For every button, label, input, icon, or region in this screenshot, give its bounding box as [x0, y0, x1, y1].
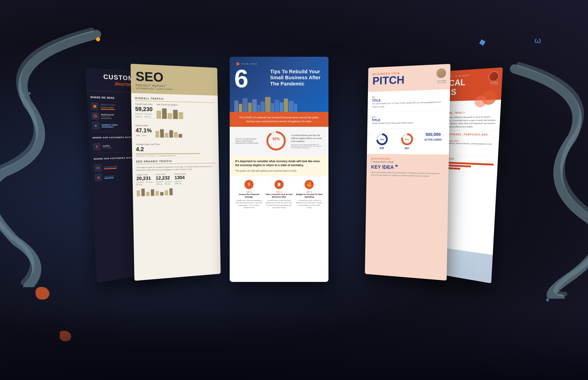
- seo-load-num: 4.2: [136, 146, 215, 152]
- seo-organic-stats: Organic Visits 20,231 Premium Previous 8…: [136, 172, 216, 186]
- main-tip-1: $ TIP 1 Assess the Financial Damage • Up…: [235, 180, 262, 209]
- pitch-users-label: ACTIVE USERS: [422, 138, 444, 141]
- tip1-text: • Update your financial statements- such…: [235, 199, 262, 209]
- pitch-profile: Your Name Job Position: [436, 68, 447, 84]
- seo-page-load: Average Page Load Time 4.2 ● Premium ● P…: [136, 143, 215, 157]
- tip3-text: • Coming out of the COVID-19 pandemic, y…: [296, 199, 323, 209]
- pitch-highlight-intro: ❝ HIGHLIGHT YOUR: [371, 161, 444, 164]
- pitch-stat-users: 500,000 ACTIVE USERS: [422, 132, 444, 150]
- main-tips-grid: $ TIP 1 Assess the Financial Damage • Up…: [235, 180, 323, 209]
- seo-bottom-bars: [137, 186, 216, 196]
- swirl-right-decoration: [492, 46, 588, 299]
- seo-referral-num: 1304: [175, 175, 186, 181]
- pitch-card[interactable]: BUSINESS IDEA PITCH Your Name Job Positi…: [365, 64, 451, 281]
- pitch-title: PITCH: [372, 73, 445, 86]
- seo-bounce-change1: 16%: [136, 134, 140, 136]
- seo-organic-desc: This region is great for a detailed expl…: [136, 165, 216, 172]
- main-stat-small: Just 5% of small-business owners said th…: [235, 138, 261, 144]
- squiggle-decoration: ω: [534, 36, 541, 45]
- svg-point-6: [267, 132, 285, 150]
- main-tips-card[interactable]: YOUR LOGO 6 Tips To Rebuild Your Small B…: [230, 57, 329, 282]
- svg-text:92%: 92%: [272, 137, 280, 141]
- main-tip-3: 💰 TIP 3 Budget to Account for New Spendi…: [296, 180, 323, 209]
- pitch-text-03: Include details for this listing and det…: [372, 121, 445, 125]
- pitch-highlight-sub: Insert a key Business idea in your infog…: [371, 171, 444, 178]
- main-desc-title: It's important to consider what recovery…: [235, 159, 323, 167]
- seo-visit-trends: Visit Trends by Medium: [156, 103, 215, 122]
- tip2-title: Take a Second Look at Your Business Plan: [265, 193, 293, 198]
- svg-point-1: [94, 114, 97, 117]
- small-cross-top: +: [23, 92, 26, 98]
- seo-card-header: SEO PROJECT REPORT SEPTEMBER 2020 CLIENT…: [130, 64, 218, 95]
- main-title-block: Tips To Rebuild Your Small Business Afte…: [270, 69, 323, 87]
- main-big-number: 6: [234, 66, 248, 91]
- tip2-icon: 📋: [275, 180, 284, 189]
- cards-stage: CUSTOMER Journey WHERE WE WERE 01 Divisi…: [87, 52, 501, 328]
- pitch-section-02: 02. TITLE You can include up to 3-7 line…: [372, 94, 445, 112]
- pitch-stat-b2c: 80% B2C: [396, 132, 418, 150]
- seo-total-label: Overall Total Visits: [135, 103, 152, 106]
- cj-icon-4: [93, 143, 101, 151]
- pitch-b2c-label: B2C: [396, 147, 418, 149]
- seo-bounce-label: Bounce Rate: [135, 124, 152, 127]
- svg-point-2: [96, 146, 98, 147]
- seo-card-body: OVERALL TRAFFIC Overall Total Visits 59,…: [131, 93, 220, 200]
- tip3-title: Budget to Account for New Spending: [296, 193, 323, 198]
- tip1-title: Assess the Financial Damage: [235, 193, 262, 198]
- main-stats-section: Just 5% of small-business owners said th…: [230, 127, 329, 156]
- main-tips-section: $ TIP 1 Assess the Financial Damage • Up…: [230, 176, 329, 213]
- cj-icon-5: [94, 164, 102, 172]
- pitch-b2b-label: B2B: [371, 147, 393, 149]
- main-intro-text: The COVID-19 outbreak has wreaked financ…: [235, 115, 323, 123]
- pitch-card-body: 02. TITLE You can include up to 3-7 line…: [367, 89, 450, 154]
- cj-icon-3: [92, 122, 100, 129]
- seo-total-visits: Overall Total Visits 59,230 Premium Prev…: [135, 103, 153, 118]
- tip1-num: TIP 1: [235, 191, 262, 193]
- pitch-card-header: BUSINESS IDEA PITCH Your Name Job Positi…: [368, 64, 450, 92]
- seo-organic-title: SEO ORGANIC TRAFFIC: [136, 159, 216, 164]
- seo-organic-num: 20,231: [136, 175, 153, 181]
- seo-title: SEO: [135, 70, 213, 86]
- pitch-highlight: BACKGROUND ❝ HIGHLIGHT YOUR KEY IDEA ❞ I…: [366, 154, 449, 182]
- main-stat-main-text: of small businesses said they had suffer…: [291, 134, 323, 143]
- seo-bounce-num: 47.1%: [135, 127, 152, 134]
- svg-rect-0: [93, 105, 96, 108]
- main-desc-section: It's important to consider what recovery…: [230, 156, 329, 176]
- tip2-num: TIP 2: [265, 191, 293, 193]
- cj-section1-label: WHERE WE WERE: [90, 96, 115, 99]
- seo-bounce-change2: 11%: [142, 134, 146, 136]
- seo-total-num: 59,230: [135, 106, 152, 113]
- cj-icon-2: [91, 112, 99, 120]
- pitch-highlight-text: KEY IDEA ❞: [371, 164, 444, 171]
- seo-bar-chart-2: [155, 125, 215, 140]
- svg-text:70%: 70%: [380, 138, 384, 141]
- b2b-donut: 70%: [375, 132, 389, 146]
- clinical-profile: Your Name To Premium: [488, 71, 499, 85]
- dot-orange-decoration: [96, 37, 100, 41]
- svg-rect-3: [96, 167, 99, 169]
- cj-icon-1: [91, 102, 99, 110]
- pitch-background-label: BACKGROUND: [371, 157, 444, 160]
- main-source-text: According to the National Federation of …: [291, 144, 323, 149]
- main-card-title: Tips To Rebuild Your Small Business Afte…: [270, 69, 323, 87]
- seo-overall-title: OVERALL TRAFFIC: [135, 97, 215, 103]
- tip2-text: Your Business model may have worked pre-…: [265, 199, 293, 209]
- pitch-stats-row: 70% B2B 80% B2C 500,000 ACTIVE USERS: [371, 132, 445, 150]
- seo-load-label: Average Page Load Time: [136, 143, 215, 145]
- cross-decoration: +: [28, 90, 31, 97]
- main-intro-band: The COVID-19 outbreak has wreaked financ…: [230, 112, 329, 127]
- cj-icon-6: [94, 173, 102, 182]
- main-tip-2: 📋 TIP 2 Take a Second Look at Your Busin…: [265, 180, 293, 209]
- main-logo-bar: YOUR LOGO: [236, 62, 322, 65]
- pitch-stat-b2b: 70% B2B: [371, 132, 393, 149]
- seo-bounce-rate: Bounce Rate 47.1% 16% 11%: [135, 124, 152, 137]
- svg-rect-4: [97, 168, 98, 168]
- seo-card[interactable]: SEO PROJECT REPORT SEPTEMBER 2020 CLIENT…: [130, 64, 220, 281]
- pitch-users-val: 500,000: [422, 132, 445, 137]
- b2c-donut: 80%: [400, 132, 414, 146]
- main-card-header: YOUR LOGO 6 Tips To Rebuild Your Small B…: [230, 57, 329, 112]
- small-dot-right: [546, 299, 549, 302]
- pitch-section-03: 03. TITLE Include details for this listi…: [372, 115, 445, 129]
- tip3-num: TIP 3: [296, 191, 323, 193]
- seo-direct-num: 12,232: [156, 175, 172, 181]
